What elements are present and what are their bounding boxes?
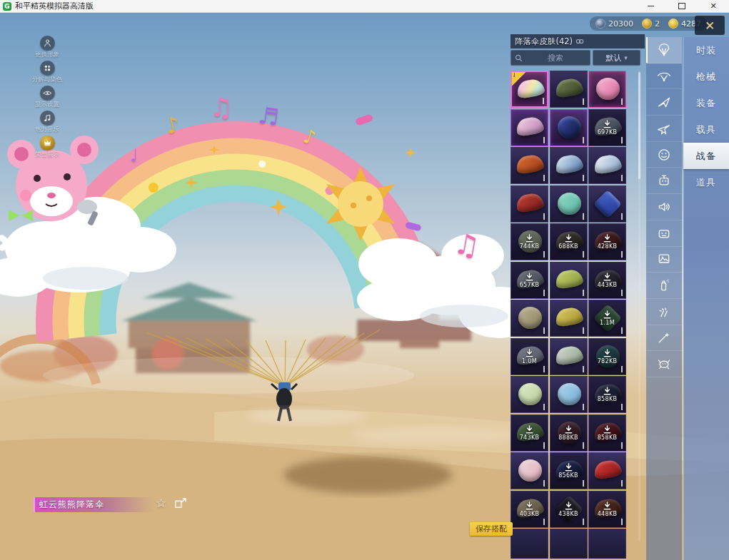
subtab-emote[interactable] [646, 142, 682, 168]
pet-icon [657, 357, 671, 371]
skin-tile-18[interactable]: 443KB [588, 262, 626, 299]
tab-3[interactable]: 装备 [683, 90, 729, 116]
subtab-photo-frame[interactable] [646, 247, 682, 273]
window-close-button[interactable]: ✕ [698, 0, 729, 12]
subtab-parachute[interactable] [646, 37, 682, 63]
left-menu-item-honor[interactable]: 荣誉展示 [35, 136, 59, 161]
tab-4[interactable]: 载具 [683, 116, 729, 143]
search-input[interactable] [526, 53, 585, 63]
preview-toggle-icon[interactable] [575, 38, 584, 45]
skin-tile-28[interactable]: 743KB [511, 414, 548, 452]
photo-frame-icon [657, 252, 671, 266]
subtab-plane[interactable] [646, 116, 682, 142]
skin-tile-22[interactable]: 1.0M [511, 338, 548, 375]
item-name-label: 虹云熊熊降落伞 [34, 499, 104, 511]
skin-file-size: 448KB [598, 511, 618, 517]
skin-tile-9[interactable] [588, 147, 626, 184]
equipped-item-name: 虹云熊熊降落伞 [34, 497, 154, 512]
subtab-radio[interactable] [646, 220, 682, 247]
currency-gold-badge[interactable]: 2 [642, 19, 660, 29]
panel-close-button[interactable]: ✕ [695, 16, 725, 35]
skin-tile-33[interactable] [588, 452, 626, 489]
skin-tile-34[interactable]: 403KB [511, 491, 548, 528]
skin-tile-4[interactable] [511, 109, 548, 146]
parachute-icon [657, 43, 671, 57]
left-menu-item-eye[interactable]: 显示设置 [35, 86, 59, 111]
tile-indicator [583, 290, 584, 296]
skin-tile-35[interactable]: 438KB [550, 491, 588, 528]
skin-grid-wrap: ✓697KB744KB688KB428KB657KB443KB1.1M1.0M7… [511, 71, 645, 559]
skin-tile-2[interactable] [550, 71, 588, 108]
share-icon[interactable] [174, 497, 187, 509]
skin-tile-24[interactable]: 782KB [588, 338, 626, 375]
scrollbar[interactable] [638, 71, 640, 541]
subtab-gesture[interactable] [646, 299, 682, 325]
currency-value: 20300 [608, 19, 633, 29]
parachute-thumbnail [554, 306, 584, 327]
skin-tile-1[interactable]: ✓ [511, 71, 548, 108]
skin-tile-10[interactable] [511, 185, 548, 223]
tile-indicator [583, 251, 584, 258]
scrollbar-thumb[interactable] [638, 72, 640, 179]
skin-tile-8[interactable] [550, 147, 588, 184]
left-menu-item-dismantle[interactable]: 分解与染色 [32, 61, 63, 86]
left-menu-item-music[interactable]: 热力音乐 [35, 111, 59, 136]
skin-tile-27[interactable]: 858KB [588, 376, 626, 413]
tile-indicator [543, 137, 545, 143]
skin-tile-25[interactable] [511, 376, 548, 413]
left-menu-item-mannequin[interactable]: 更换形象 [35, 36, 59, 61]
skin-file-size: 428KB [598, 243, 618, 250]
chevron-down-icon: ▾ [624, 54, 628, 61]
maximize-button[interactable] [666, 0, 698, 12]
search-box[interactable] [511, 50, 590, 66]
sort-filter-dropdown[interactable]: 默认 ▾ [593, 50, 640, 66]
tab-1[interactable]: 时装 [683, 37, 729, 63]
skin-tile-23[interactable] [550, 338, 588, 375]
skin-file-size: 858KB [598, 396, 618, 402]
skin-tile-7[interactable] [511, 147, 548, 184]
music-note-decoration: ♩ [130, 146, 138, 166]
glider-icon [657, 69, 671, 83]
subtab-speaker[interactable] [646, 194, 682, 220]
skin-tile-20[interactable] [550, 300, 588, 337]
skin-tile-30[interactable]: 858KB [588, 414, 626, 452]
favorite-star-icon[interactable]: ☆ [156, 496, 166, 510]
subtab-spray[interactable] [646, 273, 682, 299]
silver-coin-icon [595, 19, 605, 29]
tile-indicator [583, 519, 584, 525]
subtab-glider[interactable] [646, 63, 682, 90]
parachute-thumbnail [593, 153, 623, 175]
subtab-pet[interactable] [646, 351, 682, 377]
skin-tile-36[interactable]: 448KB [588, 491, 626, 528]
currency-silver-coin[interactable]: 20300 [595, 19, 633, 29]
skin-tile-12[interactable] [588, 185, 626, 223]
skin-tile-31[interactable] [511, 452, 548, 489]
currency-bar: 2030024287 [590, 16, 707, 31]
skin-tile-14[interactable]: 688KB [550, 223, 588, 260]
skin-tile-16[interactable]: 657KB [511, 262, 548, 299]
skin-tile-6[interactable]: 697KB [588, 109, 626, 146]
save-outfit-button[interactable]: 保存搭配 [470, 522, 513, 536]
download-overlay: 697KB [589, 110, 625, 146]
skin-tile-26[interactable] [550, 376, 588, 413]
skin-tile-32[interactable]: 856KB [550, 452, 588, 489]
skin-tile-13[interactable]: 744KB [511, 223, 548, 260]
skin-tile-5[interactable] [550, 109, 588, 146]
skin-tile-29[interactable]: 888KB [550, 414, 588, 452]
tab-6[interactable]: 道具 [683, 169, 729, 195]
skin-tile-21[interactable]: 1.1M [588, 300, 626, 337]
skin-tile-11[interactable] [550, 185, 588, 223]
minimize-button[interactable] [635, 0, 666, 12]
tile-indicator [583, 404, 584, 410]
skin-tile-3[interactable] [588, 71, 626, 108]
gesture-icon [657, 305, 671, 319]
skin-tile-15[interactable]: 428KB [588, 223, 626, 260]
tab-5[interactable]: 战备 [683, 143, 729, 169]
subtab-wand[interactable] [646, 325, 682, 352]
download-icon [603, 234, 612, 243]
subtab-dart[interactable] [646, 89, 682, 116]
tab-2[interactable]: 枪械 [683, 63, 729, 90]
skin-tile-17[interactable] [550, 262, 588, 299]
subtab-robot[interactable] [646, 168, 682, 194]
skin-tile-19[interactable] [511, 300, 548, 337]
